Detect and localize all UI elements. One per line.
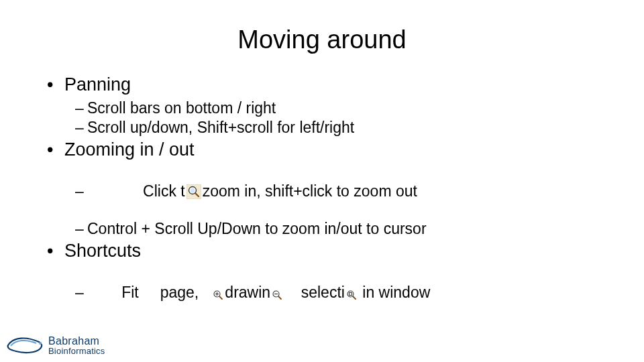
bullet-dot: • [47, 241, 64, 261]
bullet-panning: • Panning [47, 74, 597, 95]
zoom-out-icon [272, 290, 282, 300]
slide: Moving around • Panning – Scroll bars on… [0, 0, 644, 362]
sub-bullet: – Scroll up/down, Shift+scroll for left/… [75, 119, 597, 137]
bullet-shortcuts: • Shortcuts [47, 241, 597, 261]
text: Fit page, drawin selecti in window [87, 265, 430, 320]
post-text: zoom in, shift+click to zoom out [203, 182, 417, 200]
seg-text: Fit page, [121, 284, 211, 301]
dash: – [75, 284, 87, 302]
bullet-dot: • [47, 74, 64, 95]
logo-line2: Bioinformatics [48, 347, 105, 355]
sub-bullet: – Control + Scroll Up/Down to zoom in/ou… [75, 220, 597, 238]
logo-mark-icon [7, 334, 44, 357]
heading-panning: Panning [64, 74, 131, 95]
bullet-zooming: • Zooming in / out [47, 139, 597, 160]
seg-text: in window [358, 284, 430, 301]
heading-zooming: Zooming in / out [64, 139, 195, 160]
dash: – [75, 220, 87, 238]
heading-shortcuts: Shortcuts [64, 241, 141, 261]
dash: – [75, 99, 87, 117]
svg-point-14 [39, 342, 42, 345]
svg-point-2 [190, 188, 195, 193]
slide-title: Moving around [47, 25, 597, 54]
magnifier-icon [186, 184, 201, 199]
sub-bullet: – Fit page, drawin selecti in window [75, 265, 597, 320]
svg-line-13 [353, 296, 356, 299]
seg-text: drawin [225, 284, 270, 301]
text: Click tzoom in, shift+click to zoom out [87, 164, 417, 219]
text: Scroll bars on bottom / right [87, 99, 276, 117]
dash: – [75, 119, 87, 137]
slide-body: • Panning – Scroll bars on bottom / righ… [47, 74, 597, 320]
text: Scroll up/down, Shift+scroll for left/ri… [87, 119, 354, 137]
seg-text: selecti [284, 284, 345, 301]
dash: – [75, 182, 87, 200]
svg-line-10 [278, 296, 281, 299]
text: Control + Scroll Up/Down to zoom in/out … [87, 220, 427, 238]
sub-bullet: – Scroll bars on bottom / right [75, 99, 597, 117]
sub-bullet: – Click tzoom in, shift+click to zoom ou… [75, 164, 597, 219]
logo-text: Babraham Bioinformatics [48, 336, 105, 355]
pre-text: Click t [121, 182, 185, 200]
zoom-fit-icon [346, 290, 357, 300]
bullet-dot: • [47, 139, 64, 160]
logo: Babraham Bioinformatics [7, 334, 105, 357]
logo-line1: Babraham [48, 336, 105, 347]
svg-line-7 [219, 296, 222, 299]
zoom-in-icon [213, 290, 223, 300]
